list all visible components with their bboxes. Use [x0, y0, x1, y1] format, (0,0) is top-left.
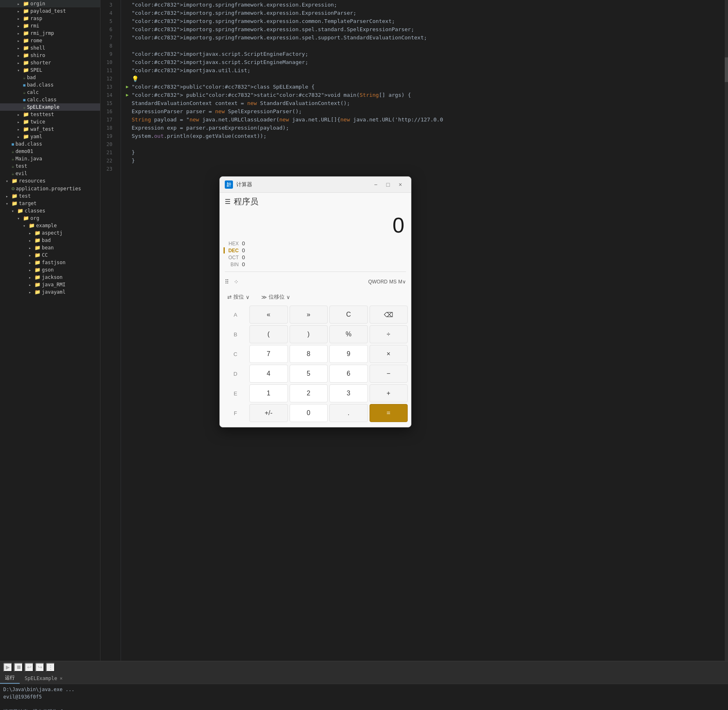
calc-btn-C[interactable]: C: [329, 306, 368, 324]
sidebar-item[interactable]: ⚙ application.properties: [0, 185, 100, 192]
calc-ms-btn[interactable]: MS: [389, 275, 397, 288]
sidebar-item[interactable]: 📁 rmi_jrmp: [0, 30, 100, 37]
folder-icon: 📁: [23, 53, 29, 58]
sidebar-item[interactable]: ☕ bad: [0, 74, 100, 81]
sidebar-item[interactable]: ☕ test: [0, 162, 100, 170]
calc-btn-7[interactable]: 7: [249, 345, 288, 363]
tab-run[interactable]: 运行: [0, 673, 20, 684]
sidebar-item[interactable]: 📁 test: [0, 192, 100, 200]
sidebar-item[interactable]: 📁 gson: [0, 266, 100, 274]
folder-icon: 📁: [34, 252, 41, 258]
calc-btn-÷[interactable]: ÷: [370, 325, 408, 343]
sidebar-item[interactable]: 📁 testtest: [0, 111, 100, 118]
calc-btn-1[interactable]: 1: [249, 384, 288, 402]
calc-btn-5[interactable]: 5: [290, 365, 328, 383]
calc-btn-«[interactable]: «: [249, 306, 288, 324]
calc-btn-6[interactable]: 6: [329, 365, 368, 383]
rerun-btn[interactable]: ↩: [25, 663, 34, 672]
calc-btn-4[interactable]: 4: [249, 365, 288, 383]
scrollbar-thumb[interactable]: [725, 57, 728, 82]
sidebar-item[interactable]: 📁 shell: [0, 44, 100, 52]
calc-word-icon[interactable]: ⁘: [234, 279, 239, 285]
sidebar-item[interactable]: 📁 org: [0, 215, 100, 222]
calc-minimize-btn[interactable]: −: [370, 180, 381, 189]
sidebar-item[interactable]: 📁 waf_test: [0, 126, 100, 133]
sidebar-item[interactable]: 📁 bean: [0, 244, 100, 251]
scrollbar[interactable]: [725, 0, 728, 661]
calc-btn-%[interactable]: %: [329, 325, 368, 343]
sidebar-item[interactable]: ☕ Main.java: [0, 155, 100, 162]
sidebar-item-label: shell: [30, 45, 45, 51]
sidebar-item[interactable]: 📁 CC: [0, 251, 100, 259]
sidebar-item[interactable]: 📁 classes: [0, 207, 100, 215]
sidebar-item[interactable]: 📁 example: [0, 222, 100, 229]
code-text: "color:#cc7832">import: [132, 50, 202, 58]
calc-btn-9[interactable]: 9: [329, 345, 368, 363]
run-btn[interactable]: ▶: [3, 663, 12, 672]
calc-btn-×[interactable]: ×: [370, 345, 408, 363]
calc-btn-=[interactable]: =: [370, 404, 408, 422]
sidebar-item[interactable]: ☕ SpELExample: [0, 103, 100, 111]
sidebar-item[interactable]: 📁 jackson: [0, 274, 100, 281]
calc-btn-+--[interactable]: +/-: [249, 404, 288, 422]
more-btn[interactable]: ⋮: [46, 663, 55, 672]
sidebar-item[interactable]: ◼ bad.class: [0, 81, 100, 89]
sidebar-item[interactable]: ☕ demo01: [0, 148, 100, 155]
sidebar-item[interactable]: 📁 rasp: [0, 15, 100, 22]
calc-btn-+[interactable]: +: [370, 384, 408, 402]
sidebar-item[interactable]: 📁 bad: [0, 237, 100, 244]
calc-btn-2[interactable]: 2: [290, 384, 328, 402]
sidebar-item[interactable]: 📁 resources: [0, 177, 100, 185]
arrow-icon: [29, 283, 34, 287]
sidebar-item[interactable]: ☕ calc: [0, 89, 100, 96]
calc-numpad-icon[interactable]: ⠿: [225, 279, 229, 285]
calc-btn-»[interactable]: »: [290, 306, 328, 324]
bottom-tabs: 运行 SpELExample ×: [0, 673, 728, 684]
sidebar-item[interactable]: 📁 shorter: [0, 59, 100, 66]
calc-btn-([interactable]: (: [249, 325, 288, 343]
tab-spelexample-close[interactable]: ×: [59, 676, 62, 681]
code-line: "color:#cc7832">import java.util.List;: [126, 66, 728, 75]
calc-row-D: D456−: [223, 365, 408, 383]
calc-btn-−[interactable]: −: [370, 365, 408, 383]
java-icon: ☕: [23, 90, 26, 95]
sidebar-item[interactable]: ◼ bad.class: [0, 140, 100, 148]
calc-maximize-btn[interactable]: □: [382, 180, 394, 189]
calc-qword-btn[interactable]: QWORD: [368, 275, 388, 288]
sidebar-item-label: rmi_jrmp: [30, 30, 54, 36]
sidebar-item[interactable]: 📁 target: [0, 200, 100, 207]
calc-btn-8[interactable]: 8: [290, 345, 328, 363]
sidebar-item[interactable]: 📁 orgin: [0, 0, 100, 7]
calc-btn-0[interactable]: 0: [290, 404, 328, 422]
calc-btn-.[interactable]: .: [329, 404, 368, 422]
calc-btn-3[interactable]: 3: [329, 384, 368, 402]
calc-btn-)[interactable]: ): [290, 325, 328, 343]
calc-menu-icon[interactable]: ☰: [225, 198, 230, 205]
arrow-icon: [17, 216, 22, 221]
stop-btn[interactable]: ⏹: [14, 663, 23, 672]
sidebar-item[interactable]: 📁 payload_test: [0, 7, 100, 15]
sidebar-item[interactable]: 📁 fastjson: [0, 259, 100, 266]
sidebar-item[interactable]: 📁 yaml: [0, 133, 100, 140]
redo-btn[interactable]: ↪: [35, 663, 44, 672]
calc-位移位-btn[interactable]: ≫ 位移位 ∨: [257, 292, 294, 302]
calc-btn-⌫[interactable]: ⌫: [370, 306, 408, 324]
calc-close-btn[interactable]: ×: [395, 180, 406, 189]
line-number: 9: [100, 50, 116, 58]
calc-按位-btn[interactable]: ⇄ 按位 ∨: [223, 292, 254, 302]
sidebar-item[interactable]: 📁 javayaml: [0, 288, 100, 296]
tab-spelexample[interactable]: SpELExample ×: [20, 673, 68, 684]
sidebar-item[interactable]: 📁 twice: [0, 118, 100, 126]
calc-hex-row-oct: OCT 0: [226, 254, 404, 260]
sidebar-item[interactable]: ◼ calc.class: [0, 96, 100, 103]
sidebar-item[interactable]: 📁 rome: [0, 37, 100, 44]
sidebar-item[interactable]: ☕ evil: [0, 170, 100, 177]
sidebar-item[interactable]: 📁 SPEL: [0, 66, 100, 74]
calc-mv-btn[interactable]: M∨: [398, 275, 406, 288]
sidebar-item[interactable]: 📁 java_RMI: [0, 281, 100, 288]
folder-icon: 📁: [23, 60, 29, 66]
arrow-icon: [17, 9, 22, 14]
sidebar-item[interactable]: 📁 aspectj: [0, 229, 100, 237]
sidebar-item[interactable]: 📁 rmi: [0, 22, 100, 30]
sidebar-item[interactable]: 📁 shiro: [0, 52, 100, 59]
